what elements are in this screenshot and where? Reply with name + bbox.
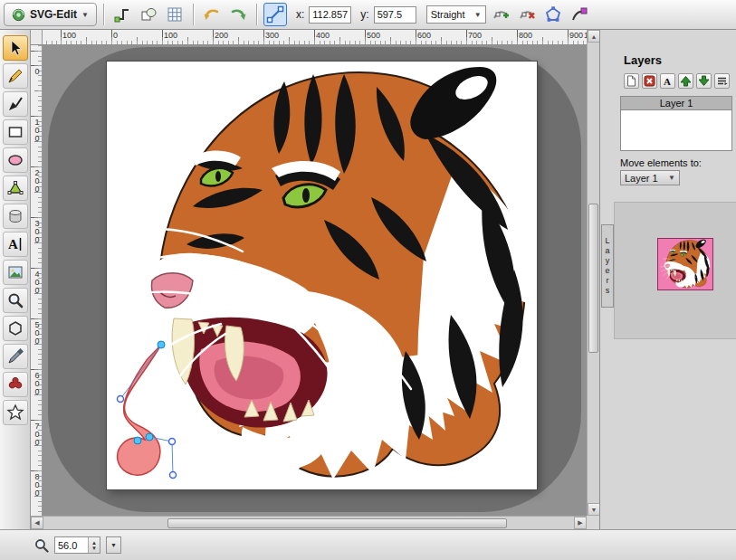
- logo-caret-icon: ▼: [81, 11, 89, 19]
- logo-label: SVG-Edit: [30, 8, 77, 21]
- svg-text:A: A: [664, 76, 671, 87]
- toolbar-separator: [256, 4, 257, 25]
- eyedropper-tool-button[interactable]: [3, 344, 28, 369]
- zoom-stepper[interactable]: ▲ ▼: [88, 537, 100, 553]
- layers-panel: Layers Layers A: [599, 30, 736, 529]
- h-ruler-label: 400: [316, 31, 330, 40]
- left-toolbar: A: [0, 30, 31, 529]
- toolbar-separator: [103, 4, 104, 25]
- v-ruler-label: 400: [33, 270, 42, 294]
- pencil-tool-button[interactable]: [3, 63, 28, 89]
- workspace-viewport: [43, 45, 587, 516]
- path-edit-overlay[interactable]: [118, 341, 177, 479]
- h-ruler-label: 100: [164, 31, 177, 40]
- svg-edit-window: SVG-Edit ▼: [0, 0, 736, 560]
- grid-button[interactable]: [163, 3, 186, 26]
- polygon-tool-button[interactable]: [3, 316, 28, 341]
- main-menu-button[interactable]: SVG-Edit ▼: [4, 3, 97, 26]
- new-layer-icon: [626, 75, 637, 87]
- v-ruler-label: 200: [33, 168, 42, 193]
- path-tool-button[interactable]: [3, 176, 28, 201]
- rename-layer-button[interactable]: A: [660, 73, 675, 89]
- scroll-left-arrow[interactable]: ◀: [31, 517, 43, 529]
- y-coordinate-label: y:: [360, 8, 368, 21]
- layer-list-row-layer1[interactable]: Layer 1: [621, 97, 731, 110]
- segment-type-select[interactable]: Straight ▼: [426, 5, 486, 24]
- top-toolbar: SVG-Edit ▼: [0, 0, 736, 30]
- ellipse-icon: [6, 151, 24, 169]
- undo-icon: [203, 5, 221, 24]
- add-node-button[interactable]: [489, 3, 512, 26]
- cylinder-icon: [6, 207, 24, 225]
- layer-list: Layer 1: [620, 96, 732, 151]
- layers-panel-collapse-tab[interactable]: Layers: [601, 224, 614, 308]
- link-control-points-toggle[interactable]: [263, 3, 287, 26]
- delete-node-icon: [518, 5, 536, 24]
- open-path-button[interactable]: [541, 3, 565, 26]
- vertical-ruler: 0 100 200 300 400 500 600 700 800: [31, 45, 43, 516]
- rename-layer-icon: A: [662, 75, 674, 87]
- h-ruler-label: 500: [367, 31, 380, 40]
- tiger-artwork: [107, 62, 537, 489]
- drawing-thumbnail: [657, 238, 713, 290]
- move-elements-select[interactable]: Layer 1 ▼: [620, 170, 680, 185]
- image-icon: [6, 263, 24, 281]
- scroll-up-arrow[interactable]: ▲: [588, 30, 600, 43]
- zoom-step-down-icon[interactable]: ▼: [91, 546, 97, 551]
- zoom-input[interactable]: [55, 537, 88, 553]
- horizontal-scroll-thumb[interactable]: [167, 518, 507, 528]
- elbow-connector-button[interactable]: [110, 3, 134, 26]
- star-icon: [6, 403, 24, 422]
- select-tool-button[interactable]: [3, 35, 28, 61]
- duplicate-icon: [140, 6, 157, 23]
- zoom-tool-button[interactable]: [3, 288, 28, 313]
- v-ruler-label: 500: [33, 320, 42, 345]
- x-coordinate-label: x:: [296, 8, 304, 21]
- reorient-path-button[interactable]: [568, 3, 591, 26]
- text-tool-button[interactable]: A: [3, 232, 28, 257]
- x-coordinate-input[interactable]: [309, 6, 351, 24]
- layer-options-button[interactable]: [714, 73, 730, 89]
- raise-layer-button[interactable]: [678, 73, 693, 89]
- reorient-path-icon: [570, 5, 588, 24]
- redo-button[interactable]: [226, 3, 250, 26]
- scroll-down-arrow[interactable]: ▼: [588, 503, 600, 516]
- v-ruler-label: 600: [33, 371, 42, 395]
- cylinder-shape-tool-button[interactable]: [3, 204, 28, 229]
- lower-layer-button[interactable]: [696, 73, 712, 89]
- open-path-icon: [544, 5, 562, 24]
- hexagon-icon: [6, 319, 24, 337]
- red-flower-shape-icon: [6, 375, 24, 394]
- delete-layer-button[interactable]: [642, 73, 657, 89]
- rectangle-tool-button[interactable]: [3, 119, 28, 145]
- move-elements-value: Layer 1: [625, 173, 658, 184]
- v-ruler-label: 100: [33, 118, 42, 142]
- duplicate-button[interactable]: [137, 3, 160, 26]
- line-tool-button[interactable]: [3, 91, 28, 117]
- magnifier-icon: [6, 291, 24, 309]
- path-bezier-icon: [6, 179, 24, 197]
- h-ruler-label: 900: [569, 31, 583, 40]
- scroll-right-arrow[interactable]: ▶: [574, 517, 587, 529]
- zoom-preset-dropdown[interactable]: ▼: [106, 536, 121, 554]
- move-elements-label: Move elements to:: [620, 157, 702, 168]
- h-ruler-label: 100: [62, 31, 76, 40]
- segment-select-caret-icon: ▼: [474, 11, 482, 19]
- vertical-scroll-thumb[interactable]: [588, 204, 598, 353]
- move-elements-caret-icon: ▼: [668, 174, 675, 182]
- v-ruler-label: 700: [33, 422, 42, 446]
- star-tool-button[interactable]: [3, 400, 28, 425]
- down-arrow-icon: [698, 75, 710, 87]
- image-tool-button[interactable]: [3, 260, 28, 285]
- toolbar-separator: [193, 4, 194, 25]
- drawing-canvas[interactable]: [107, 62, 537, 489]
- undo-button[interactable]: [200, 3, 224, 26]
- delete-node-button[interactable]: [515, 3, 539, 26]
- shape-library-tool-button[interactable]: [3, 372, 28, 397]
- ellipse-tool-button[interactable]: [3, 147, 28, 173]
- vertical-scrollbar[interactable]: ▲ ▼: [587, 30, 599, 516]
- horizontal-scrollbar[interactable]: ◀ ▶: [31, 516, 587, 529]
- layers-panel-title: Layers: [624, 53, 662, 67]
- new-layer-button[interactable]: [624, 73, 639, 89]
- y-coordinate-input[interactable]: [374, 6, 416, 24]
